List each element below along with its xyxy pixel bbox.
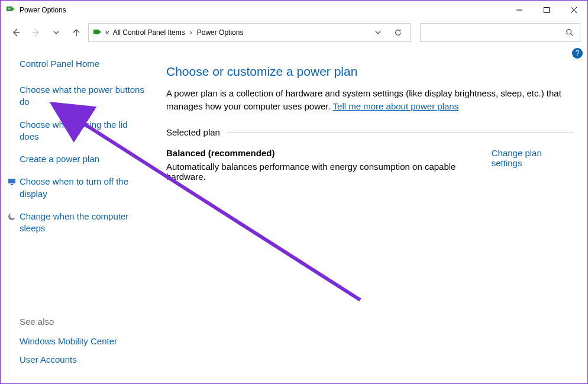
titlebar-left: Power Options xyxy=(5,4,66,16)
titlebar: Power Options xyxy=(1,1,587,20)
minimize-button[interactable] xyxy=(506,1,533,20)
svg-line-11 xyxy=(571,34,573,36)
selected-plan-header: Selected plan xyxy=(166,127,573,137)
up-button[interactable] xyxy=(68,24,85,41)
maximize-button[interactable] xyxy=(533,1,560,20)
window-frame: Power Options xyxy=(0,0,588,384)
close-button[interactable] xyxy=(560,1,587,20)
divider xyxy=(227,132,573,133)
svg-rect-8 xyxy=(93,30,99,34)
breadcrumb-item-0[interactable]: All Control Panel Items xyxy=(113,28,185,37)
change-plan-settings-link[interactable]: Change plan settings xyxy=(492,148,573,168)
page-heading: Choose or customize a power plan xyxy=(166,64,573,79)
sidebar-link-label: Change when the computer sleeps xyxy=(20,211,128,233)
plan-name: Balanced (recommended) xyxy=(166,148,492,158)
see-also-link-user-accounts[interactable]: User Accounts xyxy=(20,354,147,364)
sidebar-link-label: Choose what closing the lid does xyxy=(20,120,128,141)
svg-rect-1 xyxy=(12,8,14,10)
see-also-label: See also xyxy=(20,317,147,327)
breadcrumb-prefix: « xyxy=(105,28,109,37)
svg-point-15 xyxy=(10,212,16,218)
battery-icon xyxy=(5,4,15,16)
plan-description: Automatically balances performance with … xyxy=(166,162,492,182)
plan-row: Balanced (recommended) Automatically bal… xyxy=(166,148,573,182)
svg-rect-12 xyxy=(8,179,15,183)
search-input[interactable] xyxy=(420,23,580,42)
back-button[interactable] xyxy=(8,24,24,41)
sidebar-link-computer-sleeps[interactable]: Change when the computer sleeps xyxy=(20,211,147,235)
help-button[interactable]: ? xyxy=(572,48,583,59)
control-panel-home-link[interactable]: Control Panel Home xyxy=(20,59,147,69)
main-content: ? Choose or customize a power plan A pow… xyxy=(154,46,587,383)
svg-rect-13 xyxy=(11,184,13,185)
page-description: A power plan is a collection of hardware… xyxy=(166,87,573,113)
monitor-icon xyxy=(8,177,16,185)
sidebar: Control Panel Home Choose what the power… xyxy=(1,46,154,383)
window-title: Power Options xyxy=(20,6,66,14)
see-also-link-mobility-center[interactable]: Windows Mobility Center xyxy=(20,336,147,346)
search-icon xyxy=(566,28,574,37)
address-bar[interactable]: « All Control Panel Items › Power Option… xyxy=(88,23,411,42)
sidebar-link-label: Choose what the power buttons do xyxy=(20,85,144,107)
plan-info: Balanced (recommended) Automatically bal… xyxy=(166,148,492,182)
sidebar-link-label: Choose when to turn off the display xyxy=(20,176,128,198)
refresh-button[interactable] xyxy=(390,24,406,41)
learn-more-link[interactable]: Tell me more about power plans xyxy=(333,101,459,111)
forward-button[interactable] xyxy=(28,24,44,41)
svg-point-10 xyxy=(567,30,571,34)
svg-rect-3 xyxy=(544,8,550,13)
sidebar-link-label: Create a power plan xyxy=(20,154,99,164)
sidebar-links: Choose what the power buttons do Choose … xyxy=(20,84,147,234)
sidebar-link-turn-off-display[interactable]: Choose when to turn off the display xyxy=(20,176,147,200)
window-controls xyxy=(506,1,587,20)
nav-row: « All Control Panel Items › Power Option… xyxy=(1,20,587,46)
sidebar-link-closing-lid[interactable]: Choose what closing the lid does xyxy=(20,119,147,143)
sidebar-link-power-buttons[interactable]: Choose what the power buttons do xyxy=(20,84,147,108)
svg-rect-9 xyxy=(99,31,101,33)
sidebar-link-create-plan[interactable]: Create a power plan xyxy=(20,153,147,165)
recent-locations-button[interactable] xyxy=(48,24,64,41)
body: Control Panel Home Choose what the power… xyxy=(1,46,587,383)
battery-icon xyxy=(92,27,102,38)
selected-plan-label: Selected plan xyxy=(166,127,220,137)
sidebar-bottom: See also Windows Mobility Center User Ac… xyxy=(20,317,147,373)
address-dropdown-button[interactable] xyxy=(370,24,386,41)
chevron-right-icon: › xyxy=(189,28,193,37)
moon-icon xyxy=(8,212,16,220)
breadcrumb-item-1[interactable]: Power Options xyxy=(197,28,244,37)
